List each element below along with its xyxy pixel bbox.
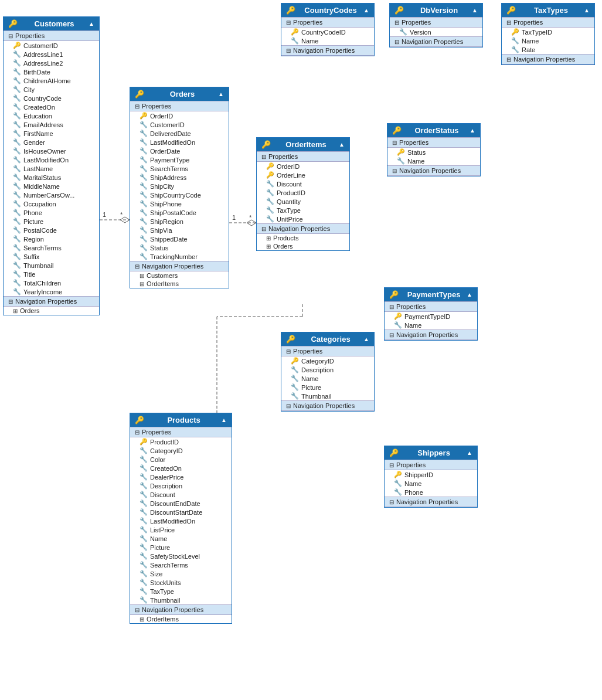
prop-countrycode: 🔧CountryCode bbox=[4, 94, 99, 103]
entity-products: 🔑 Products ▲ ⊟ Properties 🔑ProductID 🔧Ca… bbox=[130, 413, 232, 624]
entity-taxtypes: 🔑 TaxTypes ▲ ⊟ Properties 🔑TaxTypeID 🔧Na… bbox=[501, 3, 595, 65]
entity-paymenttypes: 🔑 PaymentTypes ▲ ⊟ Properties 🔑PaymentTy… bbox=[384, 287, 478, 341]
key-icon2: 🔑 bbox=[135, 90, 144, 98]
svg-text:1: 1 bbox=[103, 211, 106, 218]
prop-emailaddress: 🔧EmailAddress bbox=[4, 120, 99, 129]
prop-middlename: 🔧MiddleName bbox=[4, 182, 99, 191]
prop-suffix: 🔧Suffix bbox=[4, 252, 99, 261]
prop-searchterms: 🔧SearchTerms bbox=[4, 243, 99, 252]
orders-chevron-up[interactable]: ▲ bbox=[218, 91, 224, 97]
key-icon3: 🔑 bbox=[261, 140, 271, 149]
prop-title: 🔧Title bbox=[4, 270, 99, 278]
prop-lastname: 🔧LastName bbox=[4, 164, 99, 173]
prop-firstname: 🔧FirstName bbox=[4, 129, 99, 138]
prop-childrenatHome: 🔧ChildrenAtHome bbox=[4, 76, 99, 85]
prop-city: 🔧City bbox=[4, 85, 99, 94]
nav-orders: ⊞Orders bbox=[4, 307, 99, 315]
prop-thumbnail: 🔧Thumbnail bbox=[4, 261, 99, 270]
svg-text:*: * bbox=[249, 214, 252, 221]
orders-navprops-header: ⊟ Navigation Properties bbox=[130, 261, 229, 271]
prop-customerid: 🔑CustomerID bbox=[4, 41, 99, 50]
prop-occupation: 🔧Occupation bbox=[4, 199, 99, 208]
prop-totalchildren: 🔧TotalChildren bbox=[4, 278, 99, 287]
prop-yearlyincome: 🔧YearlyIncome bbox=[4, 287, 99, 296]
prop-maritalstatus: 🔧MaritalStatus bbox=[4, 173, 99, 182]
prop-createdon: 🔧CreatedOn bbox=[4, 103, 99, 111]
entity-orders-title: Orders bbox=[170, 90, 195, 98]
entity-orderitems-header: 🔑 OrderItems ▲ bbox=[257, 138, 349, 151]
entity-orders: 🔑 Orders ▲ ⊟ Properties 🔑OrderID 🔧Custom… bbox=[130, 87, 229, 288]
entity-categories: 🔑 Categories ▲ ⊟ Properties 🔑CategoryID … bbox=[281, 332, 375, 412]
entity-dbversion: 🔑 DbVersion ▲ ⊟ Properties 🔧Version ⊟ Na… bbox=[389, 3, 483, 47]
prop-numbercarsow: 🔧NumberCarsOw... bbox=[4, 191, 99, 199]
entity-customers-header: 🔑 Customers ▲ bbox=[4, 17, 99, 30]
prop-postalcode: 🔧PostalCode bbox=[4, 226, 99, 235]
svg-text:1: 1 bbox=[232, 214, 236, 221]
entity-customers: 🔑 Customers ▲ ⊟ Properties 🔑CustomerID 🔧… bbox=[3, 16, 100, 315]
entity-orderstatus: 🔑 OrderStatus ▲ ⊟ Properties 🔑Status 🔧Na… bbox=[387, 123, 481, 176]
prop-region: 🔧Region bbox=[4, 235, 99, 243]
chevron-up-icon[interactable]: ▲ bbox=[89, 21, 94, 27]
entity-customers-title: Customers bbox=[35, 19, 74, 28]
prop-gender: 🔧Gender bbox=[4, 138, 99, 147]
prop-phone: 🔧Phone bbox=[4, 208, 99, 217]
entity-shippers: 🔑 Shippers ▲ ⊟ Properties 🔑ShipperID 🔧Na… bbox=[384, 446, 478, 508]
prop-ishouseowner: 🔧IsHouseOwner bbox=[4, 147, 99, 155]
prop-lastmodifiedon: 🔧LastModifiedOn bbox=[4, 155, 99, 164]
prop-picture: 🔧Picture bbox=[4, 217, 99, 226]
svg-text:*: * bbox=[120, 211, 123, 218]
entity-countrycodes: 🔑 CountryCodes ▲ ⊟ Properties 🔑CountryCo… bbox=[281, 3, 375, 56]
svg-marker-7 bbox=[247, 220, 256, 226]
prop-addressline1: 🔧AddressLine1 bbox=[4, 50, 99, 59]
prop-addressline2: 🔧AddressLine2 bbox=[4, 59, 99, 67]
prop-education: 🔧Education bbox=[4, 111, 99, 120]
diagram-canvas: 1 * 1 * 1 🔑 Customers ▲ ⊟ Properties 🔑Cu… bbox=[0, 0, 602, 700]
entity-orderitems: 🔑 OrderItems ▲ ⊟ Properties 🔑OrderID 🔑Or… bbox=[256, 137, 350, 251]
key-icon: 🔑 bbox=[8, 19, 18, 28]
orders-properties-header: ⊟ Properties bbox=[130, 101, 229, 111]
svg-marker-3 bbox=[120, 217, 130, 223]
customers-properties-header: ⊟ Properties bbox=[4, 30, 99, 41]
customers-navprops-header: ⊟ Navigation Properties bbox=[4, 296, 99, 307]
entity-orders-header: 🔑 Orders ▲ bbox=[130, 87, 229, 101]
prop-birthdate: 🔧BirthDate bbox=[4, 67, 99, 76]
